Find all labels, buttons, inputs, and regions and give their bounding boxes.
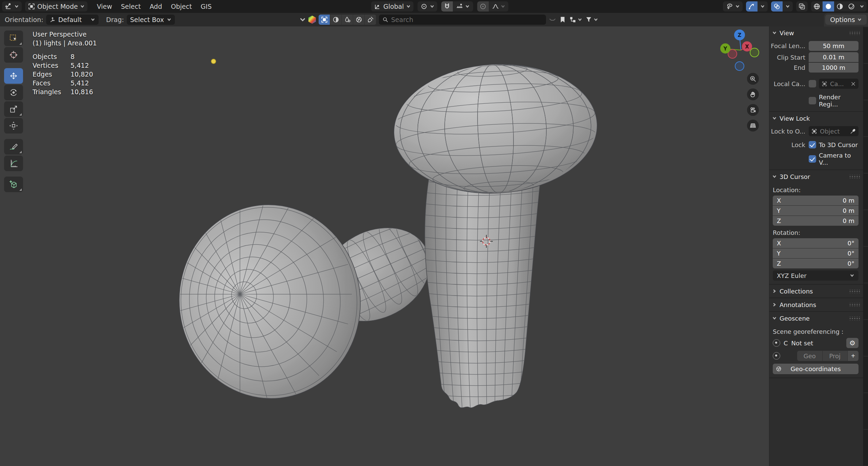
pan-button[interactable] xyxy=(747,88,759,100)
focal-length-field[interactable]: 50 mm xyxy=(809,41,859,51)
lock-object-placeholder: Object xyxy=(820,128,847,135)
search-input[interactable] xyxy=(391,16,543,23)
clip-end-field[interactable]: 1000 m xyxy=(809,63,859,73)
show-gizmo-toggle[interactable] xyxy=(746,1,758,12)
panel-collections-header[interactable]: Collections xyxy=(769,285,863,298)
local-camera-checkbox[interactable] xyxy=(809,80,816,87)
local-camera-field[interactable]: Ca... xyxy=(819,79,859,89)
crs-radio[interactable] xyxy=(773,339,780,347)
geo-coordinates-button[interactable]: Geo-coordinates xyxy=(773,364,859,374)
cursor-location-y[interactable]: Y0 m xyxy=(773,206,859,216)
proportional-edit-toggle[interactable] xyxy=(477,1,489,12)
eyedropper-icon[interactable] xyxy=(850,128,856,134)
menu-add[interactable]: Add xyxy=(146,1,165,12)
shading-rendered[interactable] xyxy=(846,1,857,12)
menu-view[interactable]: View xyxy=(94,1,116,12)
rotation-mode-dropdown[interactable]: XYZ Euler xyxy=(773,270,859,281)
cursor-rotation-z[interactable]: Z0° xyxy=(773,259,859,268)
bookmark-icon[interactable] xyxy=(559,16,566,23)
transform-orientation-dropdown[interactable]: Global xyxy=(371,1,413,12)
proportional-falloff-dropdown[interactable] xyxy=(489,1,508,12)
crs-radio-2[interactable] xyxy=(773,352,780,360)
tool-transform[interactable] xyxy=(4,118,23,134)
tool-add-cube[interactable] xyxy=(4,177,23,192)
panel-grip-handle[interactable] xyxy=(850,303,860,307)
display-mode-icon[interactable] xyxy=(569,16,577,23)
basemap-toggle[interactable] xyxy=(330,15,342,25)
tool-cursor[interactable] xyxy=(4,47,23,63)
geo-button[interactable]: Geo xyxy=(797,351,823,361)
grid-ortho-button[interactable] xyxy=(747,120,759,131)
menu-select[interactable]: Select xyxy=(118,1,144,12)
mode-selector[interactable]: Object Mode xyxy=(25,1,87,12)
tool-scale[interactable] xyxy=(4,101,23,117)
crs-settings-button[interactable]: ⚙ xyxy=(846,338,859,348)
panel-grip-handle[interactable] xyxy=(850,175,860,179)
panel-geoscene-header[interactable]: Geoscene xyxy=(769,312,863,325)
globe-toggle[interactable] xyxy=(353,15,365,25)
snapping-group xyxy=(441,1,473,12)
add-crs-button[interactable]: + xyxy=(848,351,859,361)
menu-gis[interactable]: GIS xyxy=(197,1,215,12)
orientation-axes-icon xyxy=(374,3,381,10)
visibility-dropdown[interactable] xyxy=(723,1,743,12)
rotate-icon xyxy=(9,88,18,97)
cursor-location-z[interactable]: Z0 m xyxy=(773,216,859,226)
panel-view-header[interactable]: View xyxy=(769,26,863,39)
drop-object-toggle[interactable] xyxy=(342,15,353,25)
lasso-curve-icon[interactable] xyxy=(549,16,556,23)
gizmo-options-dropdown[interactable] xyxy=(758,1,768,12)
panel-annotations-header[interactable]: Annotations xyxy=(769,298,863,311)
proj-button[interactable]: Proj xyxy=(823,351,848,361)
transform-icon xyxy=(9,121,18,130)
panel-grip-handle[interactable] xyxy=(850,317,860,320)
sidebar-tab-strip[interactable] xyxy=(863,26,868,466)
orientation-default-dropdown[interactable]: Default xyxy=(46,15,99,25)
tool-rotate[interactable] xyxy=(4,85,23,100)
shading-wireframe[interactable] xyxy=(811,1,823,12)
show-overlays-toggle[interactable] xyxy=(771,1,783,12)
3d-viewport[interactable]: Z X Y User Perspective (1) lights | Area… xyxy=(0,26,769,466)
panel-view: View Focal Len... 50 mm Clip Start 0.01 … xyxy=(769,26,863,112)
close-icon[interactable] xyxy=(851,81,856,86)
render-region-checkbox[interactable] xyxy=(809,97,816,104)
blender-window: Object Mode View Select Add Object GIS G… xyxy=(0,0,868,466)
tool-measure[interactable] xyxy=(4,156,23,171)
lock-to-3d-cursor-checkbox[interactable] xyxy=(809,141,816,148)
pivot-point-dropdown[interactable] xyxy=(418,1,437,12)
select-frame-toggle[interactable] xyxy=(319,15,330,25)
snap-toggle[interactable] xyxy=(441,1,453,12)
camera-to-view-checkbox[interactable] xyxy=(809,155,816,163)
tool-move[interactable] xyxy=(4,68,23,84)
drag-mode-dropdown[interactable]: Select Box xyxy=(127,15,175,25)
collapse-chevron-icon[interactable] xyxy=(300,17,306,23)
xray-toggle[interactable] xyxy=(796,1,808,12)
tool-select-box[interactable] xyxy=(4,31,23,46)
lock-object-field[interactable]: Object xyxy=(809,126,859,136)
shading-solid[interactable] xyxy=(823,1,834,12)
panel-grip-handle[interactable] xyxy=(850,31,860,35)
editor-type-selector[interactable] xyxy=(2,1,22,12)
clip-start-field[interactable]: 0.01 m xyxy=(809,52,859,62)
panel-view-lock-header[interactable]: View Lock xyxy=(769,112,863,125)
cursor-rotation-x[interactable]: X0° xyxy=(773,238,859,248)
brush-toggle[interactable] xyxy=(365,15,376,25)
add-cube-icon xyxy=(9,180,18,189)
menu-object[interactable]: Object xyxy=(167,1,195,12)
tool-annotate[interactable] xyxy=(4,139,23,155)
camera-view-button[interactable] xyxy=(747,104,759,116)
shading-material[interactable] xyxy=(834,1,846,12)
filter-funnel-icon[interactable] xyxy=(585,16,592,23)
options-button[interactable]: Options xyxy=(825,15,866,25)
droplet-icon xyxy=(344,16,351,23)
viewport-menubar: Object Mode View Select Add Object GIS G… xyxy=(0,0,868,13)
zoom-button[interactable] xyxy=(747,73,759,85)
overlays-options-dropdown[interactable] xyxy=(783,1,793,12)
mushroom-meshes[interactable] xyxy=(0,26,769,466)
panel-3d-cursor-header[interactable]: 3D Cursor xyxy=(769,170,863,183)
panel-grip-handle[interactable] xyxy=(850,289,860,293)
cursor-rotation-y[interactable]: Y0° xyxy=(773,248,859,258)
snap-target-dropdown[interactable] xyxy=(453,1,473,12)
cursor-location-x[interactable]: X0 m xyxy=(773,196,859,205)
shading-options-dropdown[interactable] xyxy=(857,1,867,12)
